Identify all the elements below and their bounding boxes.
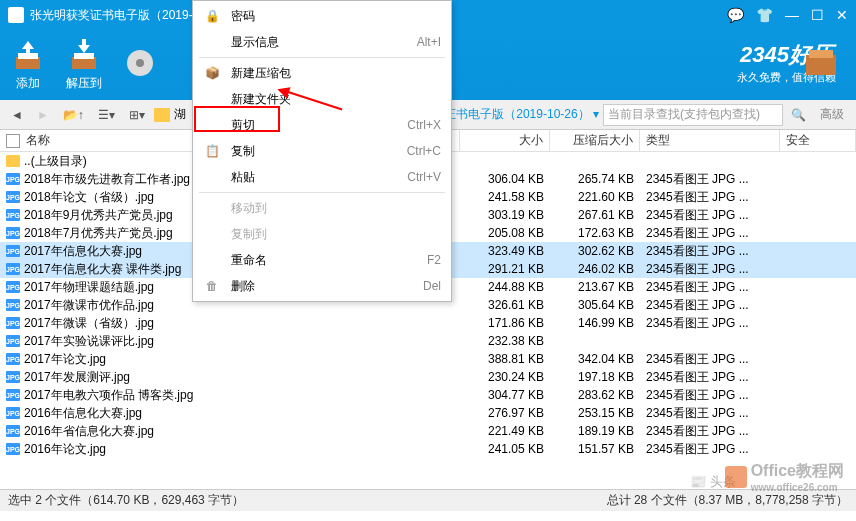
up-button[interactable]: 📂↑ [58,105,89,125]
forward-button[interactable]: ► [32,105,54,125]
menu-rename[interactable]: 重命名F2 [195,247,449,273]
file-size: 323.49 KB [460,244,550,258]
file-name: 2017年实验说课评比.jpg [24,333,154,350]
file-type: 2345看图王 JPG ... [640,423,780,440]
view-tree-button[interactable]: ⊞▾ [124,105,150,125]
file-row[interactable]: JPG2016年论文.jpg241.05 KB151.57 KB2345看图王 … [0,440,856,458]
header-compressed[interactable]: 压缩后大小 [550,130,640,151]
jpg-icon: JPG [6,371,20,383]
skin-icon[interactable]: 👕 [756,7,773,23]
status-right: 总计 28 个文件（8.37 MB，8,778,258 字节） [607,492,848,509]
svg-rect-11 [809,50,833,58]
menu-new-archive[interactable]: 📦新建压缩包 [195,60,449,86]
file-name: 2018年市级先进教育工作者.jpg [24,171,190,188]
file-compressed: 172.63 KB [550,226,640,240]
watermark: Office教程网 www.office26.com [725,461,844,493]
file-compressed: 342.04 KB [550,352,640,366]
file-name: 2018年论文（省级）.jpg [24,189,154,206]
menu-delete[interactable]: 🗑删除Del [195,273,449,299]
menu-copy-to: 复制到 [195,221,449,247]
minimize-button[interactable]: — [785,7,799,23]
file-type: 2345看图王 JPG ... [640,189,780,206]
menu-copy[interactable]: 📋复制Ctrl+C [195,138,449,164]
file-type: 2345看图王 JPG ... [640,315,780,332]
search-icon[interactable]: 🔍 [791,108,806,122]
breadcrumb-current[interactable]: 证书电子版（2019-10-26） ▾ [444,106,599,123]
jpg-icon: JPG [6,299,20,311]
menu-move-to: 移动到 [195,195,449,221]
toolbar-item-3[interactable] [122,47,158,83]
file-row[interactable]: JPG2017年发展测评.jpg230.24 KB197.18 KB2345看图… [0,368,856,386]
file-row[interactable]: JPG2016年省信息化大赛.jpg221.49 KB189.19 KB2345… [0,422,856,440]
status-left: 选中 2 个文件（614.70 KB，629,463 字节） [8,492,607,509]
file-row[interactable]: JPG2017年电教六项作品 博客类.jpg304.77 KB283.62 KB… [0,386,856,404]
jpg-icon: JPG [6,227,20,239]
jpg-icon: JPG [6,173,20,185]
file-size: 306.04 KB [460,172,550,186]
header-type[interactable]: 类型 [640,130,780,151]
menu-paste[interactable]: 粘贴Ctrl+V [195,164,449,190]
file-type: 2345看图王 JPG ... [640,171,780,188]
file-compressed: 265.74 KB [550,172,640,186]
menu-show-info[interactable]: 显示信息Alt+I [195,29,449,55]
extract-icon [66,39,102,71]
back-button[interactable]: ◄ [6,105,28,125]
file-size: 276.97 KB [460,406,550,420]
context-menu: 🔒密码 显示信息Alt+I 📦新建压缩包 新建文件夹 剪切Ctrl+X 📋复制C… [192,0,452,302]
app-icon [8,7,24,23]
file-type: 2345看图王 JPG ... [640,261,780,278]
extract-label: 解压到 [66,75,102,92]
file-size: 303.19 KB [460,208,550,222]
file-size: 388.81 KB [460,352,550,366]
jpg-icon: JPG [6,281,20,293]
search-input[interactable]: 当前目录查找(支持包内查找) [603,104,783,126]
file-row[interactable]: JPG2017年微课（省级）.jpg171.86 KB146.99 KB2345… [0,314,856,332]
header-size[interactable]: 大小 [460,130,550,151]
file-compressed: 197.18 KB [550,370,640,384]
file-size: 241.05 KB [460,442,550,456]
view-list-button[interactable]: ☰▾ [93,105,120,125]
file-row[interactable]: JPG2017年实验说课评比.jpg232.38 KB [0,332,856,350]
file-name: 2017年信息化大赛.jpg [24,243,142,260]
file-type: 2345看图王 JPG ... [640,279,780,296]
file-type: 2345看图王 JPG ... [640,225,780,242]
jpg-icon: JPG [6,425,20,437]
add-label: 添加 [16,75,40,92]
file-compressed: 246.02 KB [550,262,640,276]
file-size: 244.88 KB [460,280,550,294]
file-type: 2345看图王 JPG ... [640,369,780,386]
svg-rect-3 [26,47,30,55]
archive-icon: 📦 [203,64,221,82]
close-button[interactable]: ✕ [836,7,848,23]
menu-new-folder[interactable]: 新建文件夹 [195,86,449,112]
trash-icon: 🗑 [203,277,221,295]
copy-icon: 📋 [203,142,221,160]
file-size: 326.61 KB [460,298,550,312]
file-row[interactable]: JPG2017年论文.jpg388.81 KB342.04 KB2345看图王 … [0,350,856,368]
menu-password[interactable]: 🔒密码 [195,3,449,29]
chat-icon[interactable]: 💬 [727,7,744,23]
add-icon [10,39,46,71]
select-all-checkbox[interactable] [6,134,20,148]
file-row[interactable]: JPG2016年信息化大赛.jpg276.97 KB253.15 KB2345看… [0,404,856,422]
file-compressed: 283.62 KB [550,388,640,402]
file-name: 2017年电教六项作品 博客类.jpg [24,387,193,404]
watermark-icon [725,466,747,488]
updir-icon [6,155,20,167]
file-name: 2017年微课（省级）.jpg [24,315,154,332]
file-compressed: 221.60 KB [550,190,640,204]
add-button[interactable]: 添加 [10,39,46,92]
advanced-button[interactable]: 高级 [814,106,850,123]
file-name: 2017年论文.jpg [24,351,106,368]
menu-separator [199,57,445,58]
file-compressed: 189.19 KB [550,424,640,438]
menu-cut[interactable]: 剪切Ctrl+X [195,112,449,138]
jpg-icon: JPG [6,407,20,419]
svg-point-9 [136,59,144,67]
header-safe[interactable]: 安全 [780,130,856,151]
jpg-icon: JPG [6,317,20,329]
file-size: 232.38 KB [460,334,550,348]
file-type: 2345看图王 JPG ... [640,441,780,458]
extract-button[interactable]: 解压到 [66,39,102,92]
maximize-button[interactable]: ☐ [811,7,824,23]
